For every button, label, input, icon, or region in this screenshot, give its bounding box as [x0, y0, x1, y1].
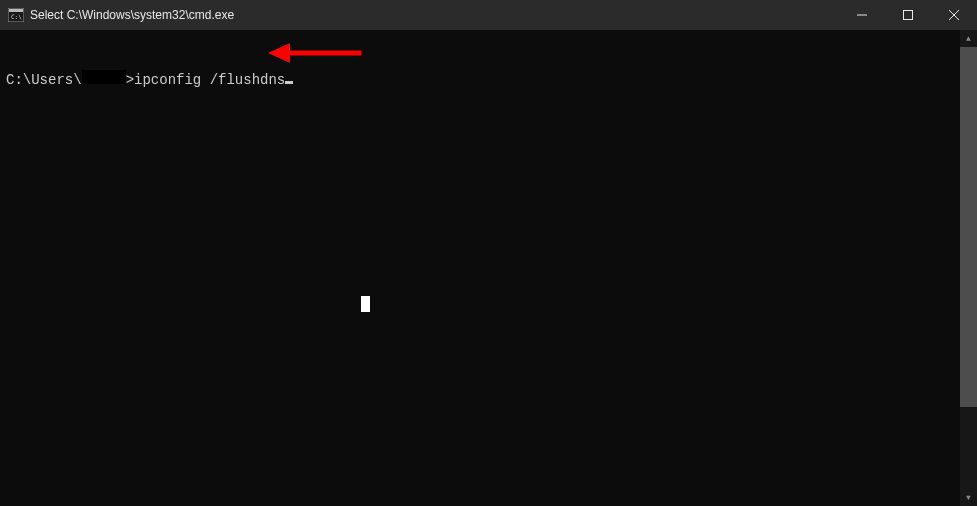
svg-text:C:\: C:\ — [11, 13, 22, 20]
minimize-button[interactable] — [839, 0, 885, 30]
redacted-username — [82, 70, 126, 84]
scrollbar-thumb[interactable] — [960, 47, 977, 407]
maximize-button[interactable] — [885, 0, 931, 30]
svg-rect-1 — [9, 9, 23, 12]
prompt-line: C:\Users\>ipconfig /flushdns — [6, 70, 954, 89]
prompt-prefix: C:\Users\ — [6, 71, 82, 89]
cmd-icon: C:\ — [8, 8, 24, 22]
window-titlebar: C:\ Select C:\Windows\system32\cmd.exe — [0, 0, 977, 30]
scroll-up-arrow-icon[interactable]: ▲ — [960, 30, 977, 47]
prompt-suffix: > — [126, 71, 134, 89]
titlebar-left: C:\ Select C:\Windows\system32\cmd.exe — [8, 8, 234, 22]
console-wrapper: C:\Users\>ipconfig /flushdns ▲ ▼ — [0, 30, 977, 506]
close-button[interactable] — [931, 0, 977, 30]
typed-command: ipconfig /flushdns — [134, 71, 285, 89]
selection-highlight — [361, 296, 370, 312]
svg-rect-4 — [904, 11, 913, 20]
vertical-scrollbar[interactable]: ▲ ▼ — [960, 30, 977, 506]
window-title: Select C:\Windows\system32\cmd.exe — [30, 8, 234, 22]
console-output[interactable]: C:\Users\>ipconfig /flushdns — [0, 30, 960, 506]
scroll-down-arrow-icon[interactable]: ▼ — [960, 489, 977, 506]
window-controls — [839, 0, 977, 30]
text-cursor — [285, 81, 293, 84]
